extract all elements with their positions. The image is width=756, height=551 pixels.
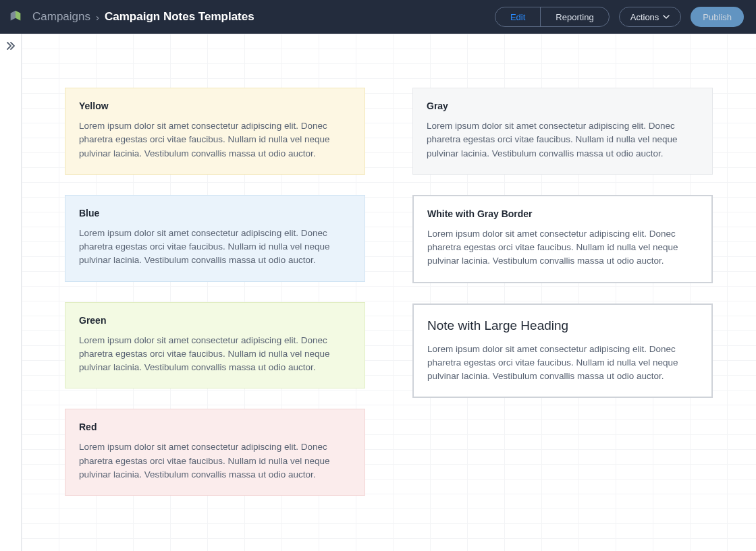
expand-sidebar-icon[interactable]	[5, 40, 16, 51]
publish-button-label: Publish	[703, 12, 732, 22]
note-title: Red	[79, 422, 351, 432]
note-body: Lorem ipsum dolor sit amet consectetur a…	[79, 119, 351, 161]
svg-marker-1	[16, 11, 20, 21]
note-body: Lorem ipsum dolor sit amet consectetur a…	[427, 227, 698, 268]
note-body: Lorem ipsum dolor sit amet consectetur a…	[79, 334, 351, 375]
notes-column-right: Gray Lorem ipsum dolor sit amet consecte…	[412, 88, 713, 496]
note-title-large: Note with Large Heading	[427, 318, 698, 333]
breadcrumb-separator: ›	[96, 11, 99, 23]
reporting-tab[interactable]: Reporting	[541, 7, 608, 26]
note-card-white-border[interactable]: White with Gray Border Lorem ipsum dolor…	[412, 195, 713, 283]
note-title: Blue	[79, 208, 351, 219]
note-title: Yellow	[79, 100, 351, 111]
actions-menu-button[interactable]: Actions	[619, 7, 682, 27]
note-body: Lorem ipsum dolor sit amet consectetur a…	[427, 343, 698, 384]
note-card-large-heading[interactable]: Note with Large Heading Lorem ipsum dolo…	[412, 303, 713, 399]
note-body: Lorem ipsum dolor sit amet consectetur a…	[79, 227, 351, 268]
publish-button[interactable]: Publish	[691, 7, 744, 27]
note-title: Gray	[427, 100, 699, 111]
note-card-blue[interactable]: Blue Lorem ipsum dolor sit amet consecte…	[65, 195, 365, 282]
note-card-yellow[interactable]: Yellow Lorem ipsum dolor sit amet consec…	[65, 88, 365, 175]
edit-tab[interactable]: Edit	[495, 7, 540, 26]
svg-marker-0	[11, 11, 16, 21]
canvas[interactable]: Yellow Lorem ipsum dolor sit amet consec…	[22, 34, 756, 551]
actions-menu-label: Actions	[630, 12, 659, 22]
left-rail	[0, 34, 22, 551]
breadcrumb-root[interactable]: Campaigns	[32, 10, 90, 24]
note-body: Lorem ipsum dolor sit amet consectetur a…	[79, 440, 351, 482]
view-toggle: Edit Reporting	[495, 7, 610, 27]
note-card-gray[interactable]: Gray Lorem ipsum dolor sit amet consecte…	[412, 88, 713, 175]
note-title: Green	[79, 315, 351, 326]
notes-column-left: Yellow Lorem ipsum dolor sit amet consec…	[65, 88, 365, 496]
note-title: White with Gray Border	[427, 208, 698, 219]
note-body: Lorem ipsum dolor sit amet consectetur a…	[427, 119, 699, 161]
app-logo	[8, 9, 23, 24]
note-card-red[interactable]: Red Lorem ipsum dolor sit amet consectet…	[65, 409, 365, 496]
chevron-down-icon	[663, 13, 670, 20]
note-card-green[interactable]: Green Lorem ipsum dolor sit amet consect…	[65, 302, 365, 389]
page-title: Campaign Notes Templates	[105, 10, 254, 24]
app-header: Campaigns › Campaign Notes Templates Edi…	[0, 0, 756, 34]
breadcrumb: Campaigns › Campaign Notes Templates	[32, 10, 254, 24]
